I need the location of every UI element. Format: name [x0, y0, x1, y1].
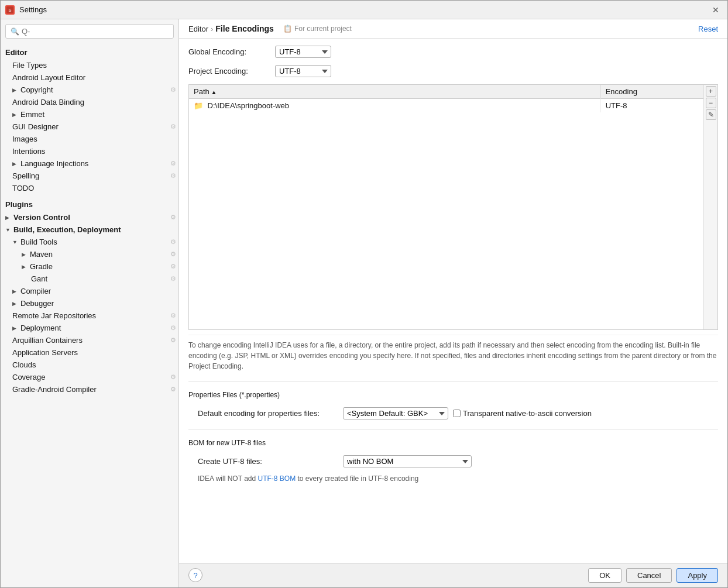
- sidebar-item-copyright[interactable]: ▶ Copyright ⚙: [1, 84, 178, 96]
- reset-button[interactable]: Reset: [698, 25, 718, 33]
- breadcrumb-sub: 📋 For current project: [283, 25, 352, 33]
- sidebar-item-debugger[interactable]: ▶ Debugger: [1, 297, 178, 310]
- sidebar-item-gant[interactable]: Gant ⚙: [1, 273, 178, 285]
- project-icon: 📋: [283, 25, 292, 33]
- close-button[interactable]: ✕: [709, 3, 723, 17]
- remove-path-button[interactable]: −: [706, 98, 716, 108]
- sidebar-item-application-servers[interactable]: Application Servers: [1, 346, 178, 359]
- help-button[interactable]: ?: [188, 568, 202, 582]
- chevron-right-icon: ▶: [22, 264, 29, 270]
- sidebar-item-android-data-binding[interactable]: Android Data Binding: [1, 96, 178, 108]
- apply-button[interactable]: Apply: [677, 568, 718, 583]
- sidebar-item-arquillian[interactable]: Arquillian Containers ⚙: [1, 334, 178, 346]
- cog-icon: ⚙: [170, 214, 176, 221]
- properties-encoding-select[interactable]: <System Default: GBK> UTF-8 ISO-8859-1: [343, 407, 448, 419]
- search-box[interactable]: 🔍: [5, 24, 174, 39]
- transparent-conversion-checkbox[interactable]: [453, 410, 461, 417]
- cog-icon: ⚙: [170, 172, 176, 180]
- sidebar: 🔍 Editor File Types Android Layout Edito…: [1, 19, 179, 587]
- cog-icon: ⚙: [170, 250, 176, 258]
- sidebar-item-version-control[interactable]: ▶ Version Control ⚙: [1, 211, 178, 223]
- sidebar-item-compiler[interactable]: ▶ Compiler: [1, 285, 178, 297]
- chevron-right-icon: ▶: [12, 288, 19, 294]
- cog-icon: ⚙: [170, 312, 176, 319]
- app-icon: S: [5, 5, 15, 15]
- bom-info-highlight: UTF-8 BOM: [257, 474, 296, 483]
- chevron-right-icon: ▶: [5, 215, 12, 221]
- sidebar-item-coverage[interactable]: Coverage ⚙: [1, 371, 178, 383]
- section-editor: Editor: [1, 46, 178, 59]
- chevron-right-icon: ▶: [12, 112, 19, 118]
- breadcrumb-sub-text: For current project: [294, 25, 352, 33]
- path-encoding-table: Path Encoding 📁 D:\IDEA\springboot-web: [189, 85, 703, 112]
- chevron-right-icon: ▶: [12, 301, 19, 307]
- path-cell: 📁 D:\IDEA\springboot-web: [189, 99, 600, 113]
- sidebar-item-spelling[interactable]: Spelling ⚙: [1, 170, 178, 182]
- search-icon: 🔍: [11, 27, 19, 36]
- project-encoding-row: Project Encoding: UTF-8 ISO-8859-1 GBK: [188, 65, 718, 77]
- global-encoding-label: Global Encoding:: [188, 47, 270, 56]
- cog-icon: ⚙: [170, 386, 176, 393]
- chevron-down-icon: ▼: [12, 239, 19, 245]
- cog-icon: ⚙: [170, 123, 176, 130]
- sidebar-item-android-layout-editor[interactable]: Android Layout Editor: [1, 71, 178, 84]
- cog-icon: ⚙: [170, 263, 176, 270]
- dialog-footer: ? OK Cancel Apply: [179, 563, 727, 587]
- cog-icon: ⚙: [170, 160, 176, 167]
- properties-encoding-row: Default encoding for properties files: <…: [198, 407, 718, 419]
- encoding-cell: UTF-8: [600, 99, 703, 113]
- main-panel: Editor › File Encodings 📋 For current pr…: [179, 19, 727, 587]
- sidebar-item-maven[interactable]: ▶ Maven ⚙: [1, 248, 178, 260]
- sidebar-item-todo[interactable]: TODO: [1, 182, 178, 194]
- global-encoding-select[interactable]: UTF-8 ISO-8859-1 GBK: [275, 46, 331, 58]
- sidebar-item-build-execution-deployment[interactable]: ▼ Build, Execution, Deployment: [1, 223, 178, 236]
- cog-icon: ⚙: [170, 275, 176, 283]
- svg-text:S: S: [8, 8, 11, 13]
- project-encoding-select[interactable]: UTF-8 ISO-8859-1 GBK: [275, 65, 331, 77]
- titlebar: S Settings ✕: [1, 1, 727, 19]
- column-path[interactable]: Path: [189, 85, 600, 99]
- sidebar-item-gui-designer[interactable]: GUI Designer ⚙: [1, 121, 178, 133]
- ok-button[interactable]: OK: [588, 568, 621, 583]
- transparent-conversion-text: Transparent native-to-ascii conversion: [463, 409, 592, 418]
- bom-label: Create UTF-8 files:: [198, 457, 338, 466]
- breadcrumb-separator: ›: [211, 25, 213, 33]
- sidebar-item-remote-jar[interactable]: Remote Jar Repositories ⚙: [1, 310, 178, 322]
- chevron-right-icon: ▶: [12, 87, 19, 93]
- cog-icon: ⚙: [170, 373, 176, 381]
- column-encoding[interactable]: Encoding: [600, 85, 703, 99]
- sidebar-tree: Editor File Types Android Layout Editor …: [1, 43, 178, 587]
- encoding-info-text: To change encoding IntelliJ IDEA uses fo…: [188, 335, 718, 372]
- bom-select[interactable]: with NO BOM with BOM with BOM (autodetec…: [343, 455, 472, 467]
- sidebar-item-deployment[interactable]: ▶ Deployment ⚙: [1, 322, 178, 334]
- sidebar-item-images[interactable]: Images: [1, 133, 178, 145]
- search-input[interactable]: [22, 27, 169, 36]
- transparent-conversion-label[interactable]: Transparent native-to-ascii conversion: [453, 409, 592, 418]
- divider-1: [188, 381, 718, 381]
- sidebar-item-gradle-android[interactable]: Gradle-Android Compiler ⚙: [1, 383, 178, 396]
- breadcrumb-parent: Editor: [188, 25, 208, 33]
- cog-icon: ⚙: [170, 238, 176, 246]
- project-encoding-label: Project Encoding:: [188, 67, 270, 75]
- breadcrumb-current: File Encodings: [215, 24, 274, 33]
- bom-row: Create UTF-8 files: with NO BOM with BOM…: [198, 455, 718, 467]
- cancel-button[interactable]: Cancel: [626, 568, 672, 583]
- sidebar-item-clouds[interactable]: Clouds: [1, 359, 178, 371]
- cog-icon: ⚙: [170, 86, 176, 94]
- section-plugins: Plugins: [1, 198, 178, 211]
- bom-section-title: BOM for new UTF-8 files: [188, 439, 718, 447]
- encoding-table: Path Encoding 📁 D:\IDEA\springboot-web: [189, 85, 703, 329]
- sidebar-item-file-types[interactable]: File Types: [1, 59, 178, 71]
- window-title: Settings: [19, 5, 704, 14]
- sidebar-item-language-injections[interactable]: ▶ Language Injections ⚙: [1, 157, 178, 170]
- sidebar-item-intentions[interactable]: Intentions: [1, 145, 178, 157]
- settings-window: S Settings ✕ 🔍 Editor File Types Android…: [0, 0, 728, 588]
- table-row[interactable]: 📁 D:\IDEA\springboot-web UTF-8: [189, 99, 703, 113]
- table-action-buttons: + − ✎: [703, 85, 717, 329]
- sidebar-item-emmet[interactable]: ▶ Emmet: [1, 108, 178, 121]
- sidebar-item-build-tools[interactable]: ▼ Build Tools ⚙: [1, 236, 178, 248]
- properties-section-title: Properties Files (*.properties): [188, 391, 718, 399]
- sidebar-item-gradle[interactable]: ▶ Gradle ⚙: [1, 260, 178, 273]
- add-path-button[interactable]: +: [706, 86, 716, 97]
- edit-path-button[interactable]: ✎: [706, 109, 716, 120]
